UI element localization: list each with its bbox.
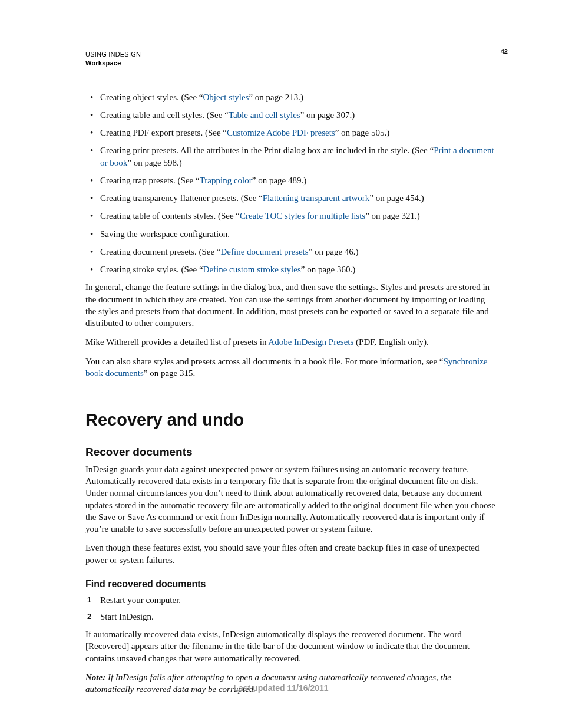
paragraph: InDesign guards your data against unexpe… [85,463,496,535]
body-content: Creating object styles. (See “Object sty… [85,91,496,696]
paragraph: Even though these features exist, you sh… [85,542,496,566]
list-text: Creating trap presets. (See “ [100,176,200,185]
text: Mike Witherell provides a detailed list … [85,337,268,347]
link-stroke-styles[interactable]: Define custom stroke styles [203,265,301,274]
list-item: Creating PDF export presets. (See “Custo… [100,127,496,139]
link-adobe-presets[interactable]: Adobe InDesign Presets [268,337,353,347]
list-text: ” on page 489.) [252,176,306,185]
bullet-list: Creating object styles. (See “Object sty… [85,91,496,276]
list-text: Creating print presets. All the attribut… [100,146,434,155]
list-text: ” on page 307.) [300,110,355,120]
page: 42 USING INDESIGN Workspace Creating obj… [0,0,562,728]
link-pdf-presets[interactable]: Customize Adobe PDF presets [227,128,335,137]
running-head-line1: USING INDESIGN [85,50,496,59]
running-header: 42 USING INDESIGN Workspace [85,50,496,68]
step-item: Start InDesign. [100,611,496,622]
link-object-styles[interactable]: Object styles [203,93,249,102]
list-item: Creating document presets. (See “Define … [100,246,496,258]
list-text: Creating document presets. (See “ [100,247,221,256]
link-table-cell-styles[interactable]: Table and cell styles [229,110,300,120]
note-label: Note: [85,673,105,682]
text: (PDF, English only). [353,337,429,347]
running-head-line2: Workspace [85,59,496,68]
subheading: Recover documents [85,444,496,460]
list-text: Creating object styles. (See “ [100,93,203,102]
paragraph: In general, change the feature settings … [85,281,496,329]
list-text: Creating stroke styles. (See “ [100,265,203,274]
list-item: Creating object styles. (See “Object sty… [100,91,496,103]
page-footer: Last updated 11/16/2011 [0,683,562,693]
list-text: ” on page 213.) [249,93,303,102]
list-text: Saving the workspace configuration. [100,229,230,239]
list-text: ” on page 505.) [335,128,389,137]
header-divider [511,49,511,68]
list-text: ” on page 598.) [127,158,181,167]
running-head-text: USING INDESIGN Workspace [85,50,496,68]
text: You can also share styles and presets ac… [85,357,444,366]
paragraph: Mike Witherell provides a detailed list … [85,336,496,348]
list-text: Creating transparency flattener presets.… [100,193,263,203]
link-document-presets[interactable]: Define document presets [221,247,309,256]
list-text: Creating PDF export presets. (See “ [100,128,227,137]
step-item: Restart your computer. [100,594,496,606]
paragraph: You can also share styles and presets ac… [85,355,496,380]
step-list: Restart your computer. Start InDesign. [85,594,496,623]
page-number: 42 [501,48,508,55]
list-item: Creating print presets. All the attribut… [100,144,496,169]
link-toc-styles[interactable]: Create TOC styles for multiple lists [240,211,365,220]
list-item: Creating trap presets. (See “Trapping co… [100,174,496,186]
list-item: Saving the workspace configuration. [100,228,496,240]
paragraph: If automatically recovered data exists, … [85,628,496,664]
list-item: Creating table and cell styles. (See “Ta… [100,109,496,121]
list-item: Creating stroke styles. (See “Define cus… [100,263,496,275]
sub-subheading: Find recovered documents [85,578,496,591]
list-item: Creating table of contents styles. (See … [100,210,496,222]
section-heading: Recovery and undo [85,409,496,431]
link-trapping-color[interactable]: Trapping color [200,176,252,185]
text: ” on page 315. [144,368,195,378]
list-text: ” on page 360.) [301,265,355,274]
list-text: ” on page 321.) [365,211,419,220]
list-text: ” on page 46.) [309,247,359,256]
list-text: Creating table and cell styles. (See “ [100,110,229,120]
list-item: Creating transparency flattener presets.… [100,192,496,204]
list-text: Creating table of contents styles. (See … [100,211,240,220]
list-text: ” on page 454.) [369,193,424,203]
link-flattening[interactable]: Flattening transparent artwork [263,193,370,203]
